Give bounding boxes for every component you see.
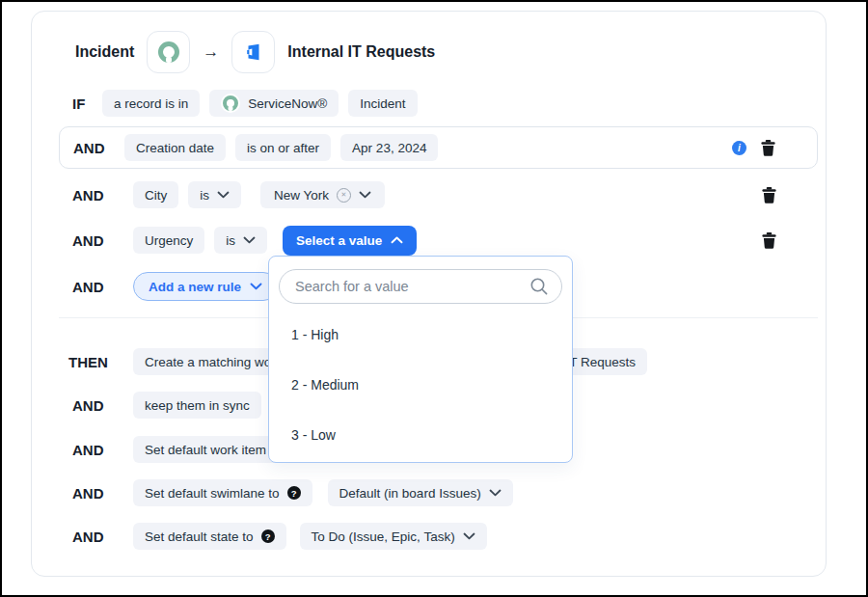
sync-action-pill[interactable]: keep them in sync xyxy=(133,392,261,419)
value-pill[interactable]: Apr 23, 2024 xyxy=(340,134,438,161)
and-label: AND xyxy=(72,232,123,249)
chevron-down-icon xyxy=(463,532,475,540)
state-value-pill[interactable]: To Do (Issue, Epic, Task) xyxy=(300,523,487,550)
help-icon[interactable]: ? xyxy=(261,529,275,543)
servicenow-icon xyxy=(158,41,179,63)
info-icon[interactable]: i xyxy=(732,141,746,155)
and-label: AND xyxy=(72,442,123,458)
rule-row-creation-date: AND Creation date is on or after Apr 23,… xyxy=(59,126,818,169)
flow-header: Incident → Internal IT Requests xyxy=(75,30,435,74)
state-row: AND Set default state to ? To Do (Issue,… xyxy=(72,522,487,551)
trash-icon[interactable] xyxy=(762,187,776,204)
search-input[interactable] xyxy=(279,269,562,304)
then-action-text-end: T Requests xyxy=(569,355,636,369)
option-low[interactable]: 3 - Low xyxy=(269,410,572,460)
target-tool-box[interactable] xyxy=(231,31,275,73)
field-pill[interactable]: Urgency xyxy=(133,227,204,254)
chevron-down-icon xyxy=(243,236,256,244)
and-label: AND xyxy=(72,485,123,502)
add-new-rule-button[interactable]: Add a new rule xyxy=(133,272,278,301)
trash-icon[interactable] xyxy=(761,140,775,156)
sync-row: AND keep them in sync xyxy=(72,391,261,420)
chevron-down-icon xyxy=(359,191,371,199)
operator-dropdown-pill[interactable]: is xyxy=(188,181,241,208)
option-high[interactable]: 1 - High xyxy=(269,310,572,360)
chevron-up-icon xyxy=(391,236,403,244)
if-tool-pill[interactable]: ServiceNow® xyxy=(209,90,339,117)
trash-icon[interactable] xyxy=(762,232,776,249)
chevron-down-icon xyxy=(489,489,502,497)
sync-arrow-icon: → xyxy=(203,42,219,62)
and-label: AND xyxy=(72,397,123,414)
source-record-type: Incident xyxy=(75,43,134,61)
operator-dropdown-pill[interactable]: is xyxy=(214,227,267,254)
rule-row-city: AND City is New York ✕ xyxy=(72,180,776,209)
select-value-button[interactable]: Select a value xyxy=(283,226,417,256)
swimlane-value-pill[interactable]: Default (in board Issues) xyxy=(328,479,513,506)
and-label: AND xyxy=(72,529,123,545)
if-row: IF a record is in ServiceNow® Incident xyxy=(72,89,418,118)
swimlane-row: AND Set default swimlane to ? Default (i… xyxy=(72,478,513,507)
value-dropdown-pill[interactable]: New York ✕ xyxy=(260,181,385,208)
option-list: 1 - High 2 - Medium 3 - Low xyxy=(269,310,572,460)
if-label: IF xyxy=(72,95,93,112)
servicenow-icon xyxy=(221,94,240,113)
if-record-type-pill[interactable]: Incident xyxy=(348,90,417,117)
and-label: AND xyxy=(72,187,123,204)
and-label: AND xyxy=(72,279,123,295)
target-tool-icon xyxy=(243,41,264,63)
if-condition-pill[interactable]: a record is in xyxy=(102,90,200,117)
option-medium[interactable]: 2 - Medium xyxy=(269,360,572,410)
source-tool-box[interactable] xyxy=(147,31,190,73)
rule-row-urgency: AND Urgency is Select a value xyxy=(72,226,776,255)
add-rule-row: AND Add a new rule xyxy=(72,272,278,301)
and-label: AND xyxy=(73,140,124,156)
field-pill[interactable]: City xyxy=(133,181,178,208)
rule-builder-page: { "header": { "source_record_type": "Inc… xyxy=(0,0,868,597)
then-label: THEN xyxy=(68,354,123,370)
state-action-pill[interactable]: Set default state to ? xyxy=(133,523,286,550)
search-icon xyxy=(529,277,549,296)
operator-pill[interactable]: is on or after xyxy=(235,134,331,161)
swimlane-action-pill[interactable]: Set default swimlane to ? xyxy=(133,479,312,506)
value-dropdown-panel: 1 - High 2 - Medium 3 - Low xyxy=(268,256,573,463)
then-action-text-start: Create a matching work xyxy=(145,355,283,369)
help-icon[interactable]: ? xyxy=(287,486,301,500)
rule-builder-card: Incident → Internal IT Requests IF a rec… xyxy=(31,11,827,577)
target-project-title: Internal IT Requests xyxy=(287,43,435,61)
chevron-down-icon xyxy=(217,191,230,199)
field-pill[interactable]: Creation date xyxy=(124,134,226,161)
remove-value-icon[interactable]: ✕ xyxy=(337,188,351,203)
chevron-down-icon xyxy=(250,283,262,290)
